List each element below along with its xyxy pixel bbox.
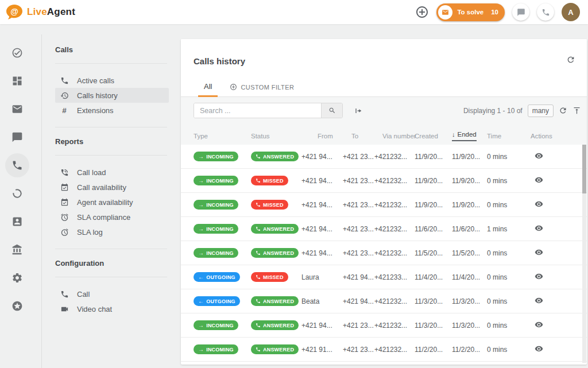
status-badge: MISSED <box>251 176 288 185</box>
ended-cell: 11/3/20... <box>452 297 487 305</box>
sidebar-item-sla-log[interactable]: SLA log <box>55 224 169 239</box>
svg-text:@: @ <box>10 7 18 16</box>
view-call-button[interactable] <box>535 248 543 257</box>
ended-cell: 11/4/20... <box>452 273 487 281</box>
chats-button[interactable] <box>512 3 529 21</box>
gear-icon <box>11 272 23 284</box>
col-status[interactable]: Status <box>251 133 301 140</box>
arrow-right-icon <box>198 226 204 232</box>
user-avatar[interactable]: A <box>562 3 580 21</box>
ended-cell: 11/9/20... <box>452 201 487 209</box>
sidebar-item-sla-compliance[interactable]: SLA compliance <box>55 210 169 224</box>
table-row[interactable]: OUTGOING ANSWERED Beata +421 94... +4212… <box>181 289 587 313</box>
col-to[interactable]: To <box>343 133 374 140</box>
forward-filter-button[interactable] <box>354 106 363 115</box>
status-badge: ANSWERED <box>251 224 299 234</box>
sidebar-item-extensions[interactable]: Extensions <box>55 103 169 118</box>
sidebar-item-call-availability[interactable]: Call availability <box>55 180 169 195</box>
phone-icon <box>256 274 261 280</box>
from-cell: +421 94... <box>301 249 343 257</box>
divider <box>55 63 167 64</box>
sidebar-item-calls-history[interactable]: Calls history <box>55 88 169 103</box>
col-ended[interactable]: ↓Ended <box>452 131 487 141</box>
table-row[interactable]: INCOMING ANSWERED +421 94... +421 23... … <box>181 241 587 265</box>
active-rail-highlight <box>5 153 29 177</box>
view-call-button[interactable] <box>535 344 543 353</box>
col-via-number[interactable]: Via number <box>374 133 415 140</box>
col-created[interactable]: Created <box>415 133 452 140</box>
time-cell: 0 mins <box>487 273 527 281</box>
sidebar-item-label: Active calls <box>77 76 114 85</box>
table-row[interactable]: INCOMING ANSWERED +421 94... +421 23... … <box>181 145 587 169</box>
sidebar-item-agent-availability[interactable]: Agent availability <box>55 195 169 210</box>
type-badge: INCOMING <box>194 224 238 234</box>
logo-text: LiveAgent <box>27 6 75 18</box>
rail-item-settings[interactable] <box>0 264 34 292</box>
table-row[interactable]: INCOMING ANSWERED +421 94... +421 23... … <box>181 217 587 241</box>
sidebar-item-call-config[interactable]: Call <box>55 286 169 301</box>
phone-icon <box>256 347 261 352</box>
check-circle-icon <box>11 47 23 59</box>
col-actions: Actions <box>527 133 581 140</box>
rail-item-dashboard[interactable] <box>0 67 34 95</box>
search-input[interactable] <box>194 103 321 118</box>
rail-item-chats[interactable] <box>0 123 34 151</box>
sidebar-item-active-calls[interactable]: Active calls <box>55 73 169 88</box>
via-cell: +421232... <box>374 225 415 233</box>
scrollbar-thumb[interactable] <box>582 145 586 193</box>
rail-item-customers[interactable] <box>0 207 34 235</box>
to-cell: +421 94... <box>343 297 374 305</box>
add-new-button[interactable] <box>415 5 429 19</box>
sidebar-item-video-chat[interactable]: Video chat <box>55 301 169 316</box>
section-title-reports: Reports <box>55 137 173 146</box>
plus-circle-icon <box>415 5 429 19</box>
col-type[interactable]: Type <box>194 133 251 140</box>
view-call-button[interactable] <box>535 224 543 233</box>
table-row[interactable]: OUTGOING MISSED Laura +421 94... +421233… <box>181 265 587 289</box>
table-row[interactable]: INCOMING ANSWERED +421 94... +421 23... … <box>181 313 587 338</box>
scroll-to-top-button[interactable] <box>572 106 581 115</box>
view-call-button[interactable] <box>535 152 543 160</box>
refresh-button[interactable] <box>566 55 575 64</box>
rail-item-billing[interactable] <box>0 235 34 264</box>
icon-rail <box>0 24 34 368</box>
col-from[interactable]: From <box>301 133 343 140</box>
table-row[interactable]: INCOMING ANSWERED +421 91... +421 23... … <box>181 338 587 362</box>
total-count-button[interactable]: many <box>528 104 554 117</box>
eye-icon <box>535 248 543 257</box>
calls-button[interactable] <box>537 3 554 21</box>
bank-icon <box>11 244 23 255</box>
from-cell: Beata <box>301 297 343 305</box>
via-cell: +421232... <box>374 297 415 305</box>
sidebar-item-call-load[interactable]: Call load <box>55 165 169 180</box>
rail-item-tickets[interactable] <box>0 95 34 123</box>
view-call-button[interactable] <box>535 200 543 208</box>
tab-all[interactable]: All <box>198 82 218 96</box>
view-call-button[interactable] <box>535 272 543 281</box>
rail-item-resolved[interactable] <box>0 38 34 67</box>
view-call-button[interactable] <box>535 296 543 305</box>
created-cell: 11/9/20... <box>415 177 452 185</box>
arrow-right-icon <box>198 202 204 208</box>
refresh-list-button[interactable] <box>559 106 567 115</box>
table-body: INCOMING ANSWERED +421 94... +421 23... … <box>181 145 587 362</box>
rail-item-online-visitors[interactable] <box>0 179 34 207</box>
phone-icon <box>541 8 550 17</box>
envelope-circle <box>438 5 452 20</box>
sidebar-item-label: SLA compliance <box>77 213 130 222</box>
view-call-button[interactable] <box>535 176 543 184</box>
col-time[interactable]: Time <box>487 133 527 140</box>
rail-item-calls[interactable] <box>0 151 34 179</box>
search-button[interactable] <box>321 103 342 118</box>
rail-item-gamification[interactable] <box>0 292 34 320</box>
type-badge: INCOMING <box>194 320 238 330</box>
view-call-button[interactable] <box>535 320 543 329</box>
history-icon <box>60 91 69 100</box>
to-cell: +421 23... <box>343 177 374 185</box>
table-row[interactable]: INCOMING MISSED +421 94... +421 23... +4… <box>181 193 587 217</box>
tab-custom-filter[interactable]: CUSTOM FILTER <box>230 83 294 96</box>
ended-cell: 11/2/20... <box>452 346 487 354</box>
table-row[interactable]: INCOMING MISSED +421 94... +421 23... +4… <box>181 169 587 193</box>
to-solve-button[interactable]: To solve 10 <box>436 3 505 21</box>
sidebar-item-label: Call load <box>77 168 106 177</box>
